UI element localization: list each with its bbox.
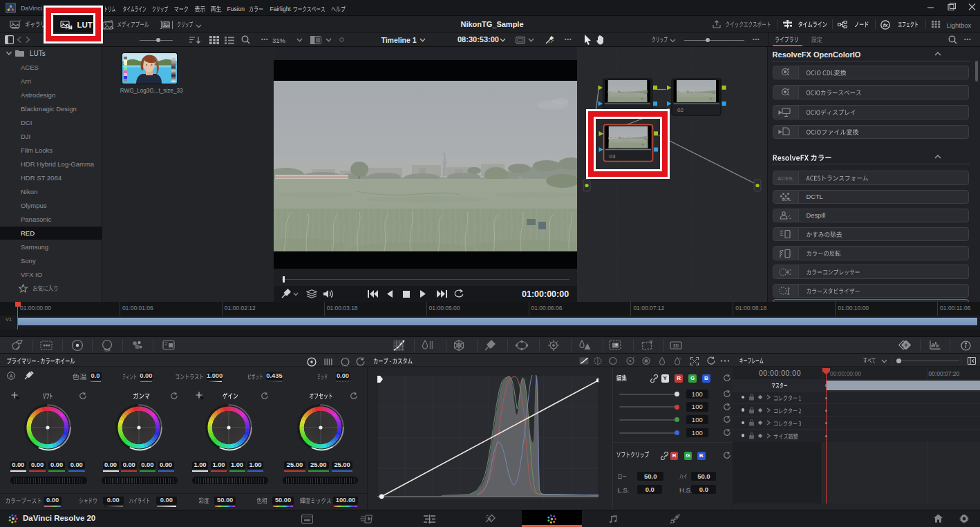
svg-text:3D: 3D: [673, 343, 679, 347]
svg-text:ACES: ACES: [778, 175, 793, 182]
svg-text:fx: fx: [883, 21, 888, 28]
svg-text:LOG: LOG: [342, 365, 349, 367]
svg-text:DCTL: DCTL: [782, 198, 791, 202]
svg-text:HDR: HDR: [104, 349, 111, 352]
svg-text:A: A: [10, 373, 13, 378]
svg-text:02: 02: [677, 107, 684, 113]
